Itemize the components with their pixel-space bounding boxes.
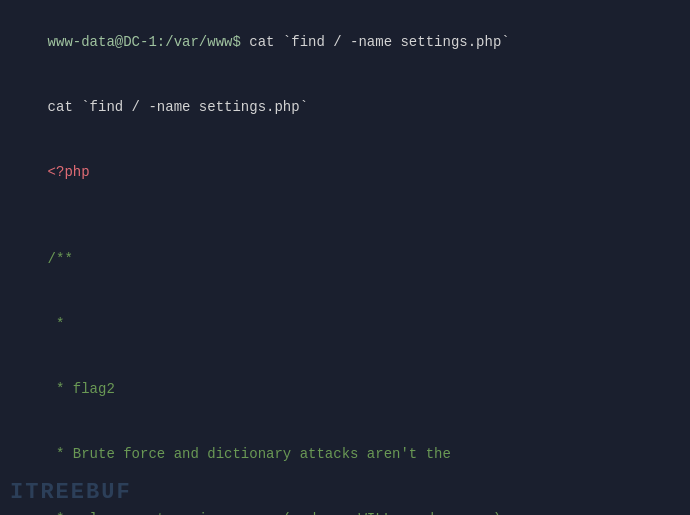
comment-flag: * flag2: [14, 357, 676, 422]
php-tag-text: <?php: [48, 164, 90, 180]
comment-open-text: /**: [48, 251, 73, 267]
terminal-window: www-data@DC-1:/var/www$ cat `find / -nam…: [0, 0, 690, 515]
comment-line-2-text: * only ways to gain access (and you WILL…: [48, 511, 510, 515]
comment-open: /**: [14, 227, 676, 292]
comment-line-2: * only ways to gain access (and you WILL…: [14, 487, 676, 515]
prompt-text: www-data@DC-1:/var/www$: [48, 34, 241, 50]
command-text: cat `find / -name settings.php`: [241, 34, 510, 50]
cat-output-line: cat `find / -name settings.php`: [14, 75, 676, 140]
comment-star-1-text: *: [48, 316, 65, 332]
cat-cmd-text: cat `find / -name settings.php`: [48, 99, 308, 115]
php-open-tag: <?php: [14, 140, 676, 205]
comment-line-1: * Brute force and dictionary attacks are…: [14, 422, 676, 487]
comment-star-1: *: [14, 292, 676, 357]
comment-line-1-text: * Brute force and dictionary attacks are…: [48, 446, 451, 462]
blank-line-1: [14, 205, 676, 227]
prompt-line: www-data@DC-1:/var/www$ cat `find / -nam…: [14, 10, 676, 75]
comment-flag-text: * flag2: [48, 381, 115, 397]
